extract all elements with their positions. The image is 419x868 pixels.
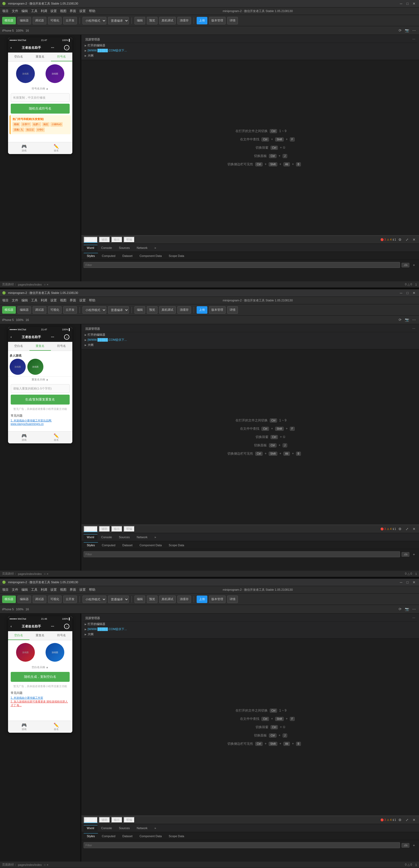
- upload-btn-1[interactable]: 上传: [197, 17, 207, 24]
- footer-game-1[interactable]: 🎮 游戏: [8, 142, 40, 154]
- menu-tool-2[interactable]: 工具: [31, 298, 37, 303]
- devtools-header-btn-aux-2[interactable]: 辅助: [99, 526, 110, 532]
- devtools-tab-wxml-3[interactable]: Wxml: [84, 825, 97, 831]
- inspector-tab-dataset-1[interactable]: Dataset: [119, 253, 136, 258]
- devtools-close-btn-2[interactable]: ✕: [411, 526, 417, 532]
- menu-settings-2[interactable]: 设置: [50, 298, 57, 303]
- devtools-tab-wxml-2[interactable]: Wxml: [84, 534, 97, 540]
- devtools-header-btn-output-2[interactable]: 输出: [111, 526, 122, 532]
- menu-project-2[interactable]: 项目: [2, 298, 8, 303]
- menu-settings2[interactable]: 设置: [79, 9, 86, 13]
- compile-select-2[interactable]: 普通编译: [108, 306, 129, 314]
- debugger-btn-2[interactable]: 调试器: [33, 306, 46, 314]
- version-btn-1[interactable]: 版本管理: [209, 17, 226, 24]
- config-btn-2[interactable]: 可视化: [48, 306, 62, 314]
- menu-help-3[interactable]: 帮助: [89, 588, 95, 592]
- menu-settings-3[interactable]: 设置: [50, 588, 57, 592]
- menu-view[interactable]: 视图: [60, 9, 66, 13]
- menu-settings[interactable]: 设置: [50, 9, 57, 13]
- cloud-btn-2[interactable]: 云开发: [63, 306, 77, 314]
- back-icon-2[interactable]: ‹: [11, 335, 12, 339]
- menu-project[interactable]: 项目: [2, 9, 8, 13]
- green-btn-1[interactable]: 随机生成符号名: [11, 104, 70, 114]
- menu-view-3[interactable]: 视图: [60, 588, 66, 592]
- menu-tool[interactable]: 工具: [31, 9, 37, 13]
- mode-select-3[interactable]: 小程序模式: [83, 595, 107, 603]
- filter-input-2[interactable]: [84, 551, 400, 557]
- editor-btn-3[interactable]: 编辑器: [18, 595, 31, 603]
- phone-tab-repeat-1[interactable]: 重复名: [29, 53, 51, 61]
- inspector-tab-dataset-3[interactable]: Dataset: [119, 833, 136, 839]
- devtools-header-btn-debugger-2[interactable]: 调试器: [84, 526, 98, 532]
- phone-tab-symbol-1[interactable]: 符号名: [51, 53, 72, 61]
- devtools-settings-btn-1[interactable]: ⚙: [397, 237, 403, 243]
- devtools-tab-console-2[interactable]: Console: [98, 534, 115, 540]
- hot-tag-1[interactable]: 模糊: [12, 122, 20, 127]
- config-btn-1[interactable]: 可视化: [48, 17, 62, 24]
- source-item-outline-2[interactable]: ▶ 大纲: [83, 342, 417, 347]
- inspector-tab-styles-3[interactable]: Styles: [84, 833, 98, 839]
- phone-input-2[interactable]: 请输入重复的昵称(1-5个字符): [11, 384, 70, 393]
- inspector-tab-scope-1[interactable]: Scope Data: [166, 253, 187, 258]
- inspector-tab-component-2[interactable]: Component Data: [137, 542, 165, 548]
- simulator-btn-1[interactable]: 模拟器: [2, 17, 16, 24]
- more-btn-1[interactable]: ⋯: [411, 28, 417, 33]
- footer-rename-1[interactable]: ✏️ 改名: [40, 142, 72, 154]
- maximize-btn-1[interactable]: □: [405, 1, 411, 7]
- hot-tag-3[interactable]: 仙梦♀: [32, 122, 41, 127]
- simulator-btn-3[interactable]: 模拟器: [2, 595, 16, 603]
- close-btn-1[interactable]: ✕: [411, 1, 417, 7]
- cls-btn-1[interactable]: .cls: [401, 263, 409, 267]
- rotate-btn-1[interactable]: ⟳: [397, 28, 403, 33]
- inspector-tab-computed-3[interactable]: Computed: [98, 833, 119, 839]
- editor-btn-1[interactable]: 编辑器: [18, 17, 31, 24]
- menu-file[interactable]: 文件: [12, 9, 18, 13]
- source-item-www-1[interactable]: ▶ [WWW.█████.COM提供下...: [83, 48, 417, 53]
- menu-settings2-2[interactable]: 设置: [79, 298, 86, 303]
- debugger-btn-1[interactable]: 调试器: [33, 17, 46, 24]
- compile-select-1[interactable]: 普通编译: [108, 17, 129, 24]
- hot-tag-4[interactable]: 疯狂: [42, 122, 50, 127]
- inspector-tab-scope-2[interactable]: Scope Data: [166, 542, 187, 548]
- more-btn-3[interactable]: ⋯: [411, 606, 417, 612]
- source-item-outline-3[interactable]: ▶ 大纲: [83, 632, 417, 637]
- footer-rename-2[interactable]: ✏️ 改名: [40, 432, 72, 443]
- green-btn-2[interactable]: 生成/复制重复重复名: [11, 395, 70, 405]
- menu-settings2-3[interactable]: 设置: [79, 588, 86, 592]
- close-btn-2[interactable]: ✕: [411, 290, 417, 296]
- upload-btn-3[interactable]: 上传: [197, 595, 207, 603]
- save-btn-2[interactable]: 清缓存: [177, 306, 191, 314]
- compile-btn-1[interactable]: 编辑: [134, 17, 145, 24]
- source-item-outline-1[interactable]: ▶ 大纲: [83, 53, 417, 58]
- devtools-tab-more-1[interactable]: »: [151, 245, 159, 250]
- inspector-tab-computed-2[interactable]: Computed: [98, 542, 119, 548]
- cloud-btn-1[interactable]: 云开发: [63, 17, 77, 24]
- faq-url-2[interactable]: www.xiaoyuchuanmingrs.cn: [11, 423, 70, 426]
- devtools-maximize-btn-1[interactable]: ⤢: [404, 237, 410, 243]
- menu-edit[interactable]: 编辑: [22, 9, 28, 13]
- hot-tag-8[interactable]: O夺O: [36, 127, 45, 132]
- devtools-header-btn-debugger-3[interactable]: 调试器: [84, 817, 98, 823]
- devtools-header-btn-help-3[interactable]: 帮编: [123, 817, 135, 823]
- add-style-btn-1[interactable]: +: [411, 262, 417, 268]
- menu-file-2[interactable]: 文件: [12, 298, 18, 303]
- add-style-btn-2[interactable]: +: [411, 551, 417, 557]
- devtools-close-btn-1[interactable]: ✕: [411, 237, 417, 243]
- inspector-tab-component-1[interactable]: Component Data: [137, 253, 165, 258]
- detail-btn-1[interactable]: 详情: [227, 17, 238, 24]
- menu-project-3[interactable]: 项目: [2, 588, 8, 592]
- devtools-tab-sources-3[interactable]: Sources: [116, 826, 133, 831]
- source-item-www-2[interactable]: ▶ [WWW.█████.COM提供下...: [83, 337, 417, 342]
- close-btn-3[interactable]: ✕: [411, 580, 417, 585]
- source-tree-more-1[interactable]: ⋯: [412, 38, 415, 41]
- minimize-btn-2[interactable]: ─: [398, 290, 404, 296]
- detail-btn-3[interactable]: 详情: [227, 595, 238, 603]
- machine-test-btn-1[interactable]: 真机调试: [159, 17, 176, 24]
- machine-test-btn-3[interactable]: 真机调试: [159, 595, 176, 603]
- preview-btn-3[interactable]: 预览: [147, 595, 157, 603]
- devtools-tab-more-3[interactable]: »: [151, 826, 159, 831]
- devtools-tab-sources-2[interactable]: Sources: [116, 534, 133, 540]
- menu-edit-2[interactable]: 编辑: [22, 298, 28, 303]
- devtools-maximize-btn-3[interactable]: ⤢: [404, 817, 410, 823]
- add-style-btn-3[interactable]: +: [411, 842, 417, 848]
